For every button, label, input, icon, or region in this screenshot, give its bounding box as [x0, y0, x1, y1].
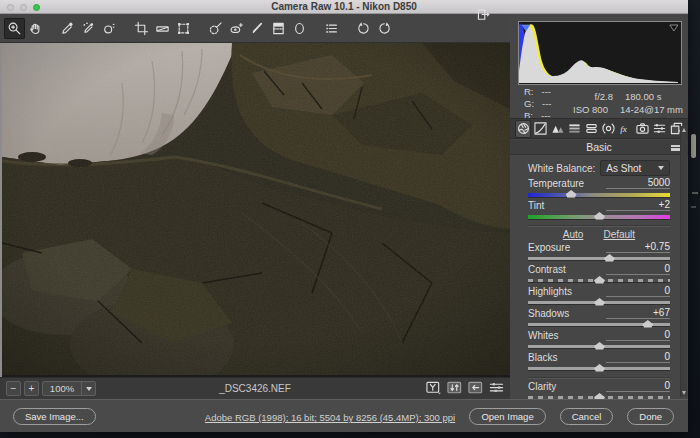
slider-value-field[interactable]: 5000: [606, 177, 670, 189]
slider-value-field[interactable]: 0: [606, 285, 670, 297]
slider-thumb[interactable]: [566, 190, 577, 198]
auto-link[interactable]: Auto: [563, 229, 584, 240]
slider-track[interactable]: [528, 212, 670, 220]
slider-highlights: Highlights0: [528, 285, 670, 306]
divider: [528, 377, 670, 379]
slider-value-field[interactable]: 0: [606, 351, 670, 363]
preview-mode-button[interactable]: [424, 381, 442, 396]
zoom-out-button[interactable]: −: [6, 381, 21, 396]
slider-track[interactable]: [528, 342, 670, 350]
tab-basic[interactable]: [515, 120, 531, 138]
shot-settings: f/2.8180.00 s ISO 80014-24@17 mm: [568, 88, 688, 118]
adjustment-brush-tool[interactable]: [247, 18, 268, 39]
save-image-button[interactable]: Save Image...: [13, 408, 96, 425]
adjustments-panel: R:--- G:--- B:--- f/2.8180.00 s ISO 8001…: [510, 14, 688, 399]
rotate-right-button[interactable]: [374, 18, 395, 39]
straighten-tool[interactable]: [152, 18, 173, 39]
spot-removal-tool[interactable]: [205, 18, 226, 39]
slider-track[interactable]: [528, 364, 670, 372]
slider-track[interactable]: [528, 298, 670, 306]
panel-scrollbar[interactable]: [680, 126, 687, 397]
histogram[interactable]: [518, 21, 682, 85]
crop-tool[interactable]: [131, 18, 152, 39]
white-balance-tool[interactable]: [57, 18, 78, 39]
white-balance-value: As Shot: [606, 163, 658, 174]
rgb-readout: R:--- G:--- B:---: [510, 88, 568, 118]
file-info-bar: − + 100% _DSC3426.NEF: [0, 377, 510, 399]
targeted-adjustment-tool[interactable]: [99, 18, 120, 39]
radial-filter-tool[interactable]: [289, 18, 310, 39]
slider-value-field[interactable]: 0: [606, 263, 670, 275]
slider-thumb[interactable]: [594, 298, 605, 306]
slider-label: Shadows: [528, 308, 569, 319]
title-bar: Camera Raw 10.1 - Nikon D850: [0, 0, 688, 14]
slider-track[interactable]: [528, 276, 670, 284]
preview-view-controls: [424, 381, 505, 396]
tab-detail[interactable]: [549, 120, 565, 138]
tab-presets[interactable]: [651, 120, 667, 138]
chevron-down-icon: [81, 382, 95, 395]
slider-thumb[interactable]: [642, 320, 653, 328]
done-button[interactable]: Done: [627, 408, 674, 425]
slider-thumb[interactable]: [594, 212, 605, 220]
slider-track[interactable]: [528, 320, 670, 328]
slider-label: Highlights: [528, 286, 572, 297]
workflow-options-link[interactable]: Adobe RGB (1998); 16 bit; 5504 by 8256 (…: [205, 412, 455, 423]
zoom-tool[interactable]: [4, 18, 25, 39]
hand-tool[interactable]: [25, 18, 46, 39]
slider-value-field[interactable]: +67: [606, 307, 670, 319]
preview-preferences-button[interactable]: [487, 381, 505, 396]
scroll-down-icon[interactable]: [682, 391, 686, 395]
slider-value-field[interactable]: +0.75: [606, 241, 670, 253]
panel-header: Basic: [510, 140, 688, 155]
preferences-button[interactable]: [321, 18, 342, 39]
divider: [528, 225, 670, 227]
tab-split-toning[interactable]: [583, 120, 599, 138]
slider-label: Contrast: [528, 264, 566, 275]
rotate-left-button[interactable]: [353, 18, 374, 39]
slider-thumb[interactable]: [594, 342, 605, 350]
slider-whites: Whites0: [528, 329, 670, 350]
fullscreen-toggle-icon[interactable]: [472, 3, 494, 25]
chevron-down-icon: [658, 166, 664, 170]
default-link[interactable]: Default: [603, 229, 635, 240]
basic-panel-content: White Balance: As Shot Temperature5000Ti…: [510, 155, 680, 399]
tab-effects[interactable]: fx: [617, 120, 633, 138]
transform-tool[interactable]: [173, 18, 194, 39]
zoom-level-select[interactable]: 100%: [42, 381, 96, 396]
slider-clarity: Clarity0: [528, 380, 670, 401]
slider-bar: [528, 193, 670, 197]
svg-text:fx: fx: [620, 124, 628, 134]
white-balance-select[interactable]: As Shot: [600, 160, 670, 176]
tab-hsl-grayscale[interactable]: [566, 120, 582, 138]
slider-tint: Tint+2: [528, 199, 670, 220]
footer-bar: Save Image... Adobe RGB (1998); 16 bit; …: [0, 399, 688, 432]
slider-blacks: Blacks0: [528, 351, 670, 372]
slider-thumb[interactable]: [594, 364, 605, 372]
slider-label: Clarity: [528, 381, 556, 392]
slider-bar: [528, 257, 670, 260]
tab-camera-calibration[interactable]: [634, 120, 650, 138]
scroll-up-icon[interactable]: [682, 128, 686, 132]
copy-current-to-before-button[interactable]: [466, 381, 484, 396]
zoom-level-value: 100%: [43, 382, 81, 395]
slider-track[interactable]: [528, 254, 670, 262]
slider-thumb[interactable]: [604, 254, 615, 262]
graduated-filter-tool[interactable]: [268, 18, 289, 39]
tab-lens-corrections[interactable]: [600, 120, 616, 138]
slider-value-field[interactable]: 0: [606, 329, 670, 341]
photo-preview[interactable]: [0, 43, 510, 377]
red-eye-removal-tool[interactable]: [226, 18, 247, 39]
slider-thumb[interactable]: [594, 276, 605, 284]
tab-tone-curve[interactable]: [532, 120, 548, 138]
cancel-button[interactable]: Cancel: [560, 408, 614, 425]
slider-contrast: Contrast0: [528, 263, 670, 284]
slider-track[interactable]: [528, 190, 670, 198]
zoom-in-button[interactable]: +: [24, 381, 39, 396]
swap-before-after-button[interactable]: [445, 381, 463, 396]
color-sampler-tool[interactable]: [78, 18, 99, 39]
slider-value-field[interactable]: +2: [606, 199, 670, 211]
slider-value-field[interactable]: 0: [606, 380, 670, 392]
open-image-button[interactable]: Open Image: [469, 408, 545, 425]
slider-label: Exposure: [528, 242, 570, 253]
